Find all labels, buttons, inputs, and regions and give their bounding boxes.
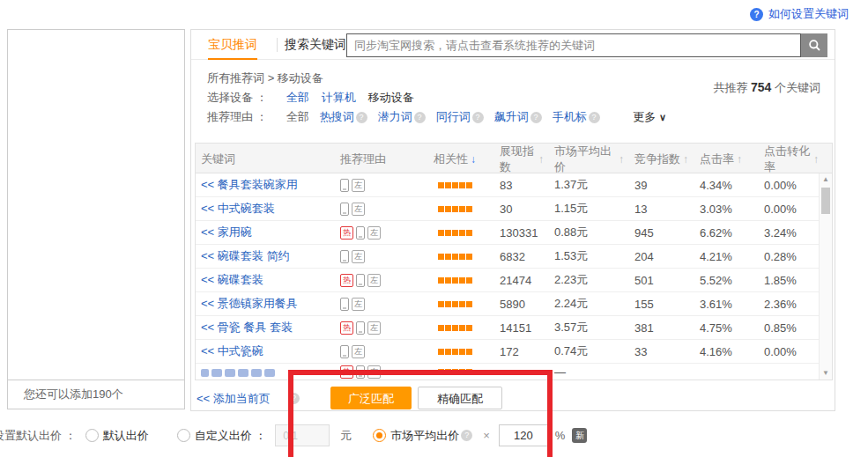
keyword-link[interactable]: << 景德镇家用餐具 (201, 297, 298, 310)
keyword-link[interactable]: << 中式碗套装 (201, 202, 275, 215)
sort-up-icon[interactable]: ↑ (813, 153, 819, 166)
keyword-table: 关键词推荐理由相关性↓展现指数↑市场平均出价↑竞争指数↑点击率↑点击转化率↑ <… (195, 143, 833, 380)
reason-option-全部[interactable]: 全部 (286, 107, 309, 127)
keyword-link[interactable]: << 碗碟套装 简约 (201, 249, 289, 262)
column-header-点击转化率[interactable]: 点击转化率↑ (746, 144, 819, 175)
avg-price-cell: 0.74元 (544, 343, 624, 359)
reason-option-label: 同行词 (436, 107, 471, 127)
reason-option-手机标[interactable]: 手机标? (553, 107, 600, 127)
reason-option-飙升词[interactable]: 飙升词? (494, 107, 542, 127)
keyword-recommend-panel: 宝贝推词 搜索关键词 所有推荐词 > 移动设备 共推荐 754 个关键词 (190, 29, 835, 411)
help-icon[interactable]: ? (356, 112, 367, 123)
filter-area: 所有推荐词 > 移动设备 共推荐 754 个关键词 选择设备 ： 全部计算机移动… (191, 60, 835, 127)
keyword-search-input[interactable] (346, 33, 801, 57)
keyword-link[interactable]: << 家用碗 (201, 225, 252, 239)
reason-option-同行词[interactable]: 同行词? (436, 107, 484, 127)
help-icon[interactable]: ? (530, 112, 542, 123)
scroll-down-icon[interactable]: ▼ (820, 368, 832, 379)
relevance-bar-icon (445, 230, 451, 236)
left-badge-icon: 左 (352, 203, 365, 216)
column-header-展现指数[interactable]: 展现指数↑ (489, 144, 544, 175)
column-header-市场平均出价[interactable]: 市场平均出价↑ (544, 144, 624, 175)
sort-down-icon[interactable]: ↓ (471, 153, 476, 166)
sort-up-icon[interactable]: ↑ (683, 153, 688, 166)
more-filters-button[interactable]: 更多 ∨ (633, 110, 666, 123)
relevance-bar-icon (459, 254, 465, 260)
impressions-cell: 172 (489, 345, 544, 358)
competition-cell: 381 (624, 321, 689, 335)
device-option-移动设备[interactable]: 移动设备 (368, 91, 414, 104)
hot-badge-icon: 热 (340, 365, 353, 379)
percent-sign: % (555, 429, 566, 442)
keyword-link[interactable]: << 中式瓷碗 (201, 344, 263, 357)
phone-badge-icon (356, 274, 365, 287)
relevance-bar-icon (445, 206, 451, 212)
relevance-bars (434, 277, 489, 284)
reason-option-潜力词[interactable]: 潜力词? (378, 107, 426, 127)
custom-bid-radio[interactable] (177, 429, 190, 442)
relevance-bar-icon (466, 254, 472, 260)
tab-search-keyword[interactable]: 搜索关键词 (285, 30, 346, 60)
table-scrollbar[interactable]: ▲ ▼ (819, 173, 832, 380)
help-link-label: 如何设置关键词 (768, 6, 849, 22)
bid-unit-label: 元 (340, 428, 352, 444)
relevance-bar-icon (438, 349, 444, 355)
relevance-bar-icon (452, 277, 458, 284)
reason-option-热搜词[interactable]: 热搜词? (320, 107, 367, 127)
percent-input[interactable] (499, 424, 548, 446)
breadcrumb-parent[interactable]: 所有推荐词 (207, 71, 264, 85)
exact-match-button[interactable]: 精确匹配 (418, 387, 502, 409)
reason-badges: 左 (335, 250, 434, 263)
reason-badges: 热左 (335, 321, 434, 335)
table-row: << 骨瓷 餐具 套装热左141513.57元3814.75%0.85% (196, 316, 832, 340)
search-button[interactable] (801, 33, 827, 57)
column-header-相关性[interactable]: 相关性↓ (434, 151, 489, 167)
ctr-cell: 4.75% (689, 321, 746, 335)
add-current-page-link[interactable]: << 添加当前页 (195, 392, 271, 405)
reason-filter-row: 推荐理由 ： 全部热搜词?潜力词?同行词?飙升词?手机标? 更多 ∨ 指数筛选 … (191, 107, 835, 127)
keyword-cell: << 餐具套装碗家用 (196, 177, 335, 193)
market-price-help-icon[interactable]: ? (461, 430, 472, 441)
keyword-cell: << 骨瓷 餐具 套装 (196, 320, 335, 335)
table-footer: << 添加当前页 ? (195, 386, 833, 412)
phone-badge-icon (356, 321, 365, 335)
avg-price-cell: — (544, 365, 624, 379)
column-header-竞争指数[interactable]: 竞争指数↑ (624, 151, 689, 167)
ctr-cell: 4.16% (689, 345, 746, 358)
more-label: 更多 (633, 110, 656, 123)
relevance-bar-icon (466, 206, 472, 212)
device-option-全部[interactable]: 全部 (286, 91, 309, 104)
sort-up-icon[interactable]: ↑ (737, 153, 742, 166)
add-page-help-icon[interactable]: ? (288, 393, 300, 404)
keyword-link[interactable]: << 碗碟套装 (201, 273, 263, 286)
help-icon[interactable]: ? (589, 112, 600, 123)
custom-bid-input[interactable] (275, 424, 330, 446)
help-icon[interactable]: ? (414, 112, 426, 123)
keyword-cell-clipped (196, 369, 335, 377)
scrollbar-thumb[interactable] (821, 188, 830, 214)
market-price-radio[interactable] (373, 429, 386, 442)
phone-badge-icon (340, 250, 349, 263)
impressions-cell: 30 (489, 203, 544, 216)
keyword-link[interactable]: << 骨瓷 餐具 套装 (201, 321, 293, 334)
scroll-up-icon[interactable]: ▲ (820, 174, 832, 185)
column-header-label: 市场平均出价 (554, 144, 616, 175)
column-header-label: 竞争指数 (634, 151, 680, 167)
broad-match-button[interactable]: 广泛匹配 (330, 387, 412, 409)
tab-item-recommend[interactable]: 宝贝推词 (208, 30, 257, 60)
relevance-bar-icon (438, 325, 444, 331)
relevance-bar-icon (452, 254, 458, 260)
competition-cell: 33 (624, 345, 689, 358)
table-row: << 家用碗热左1303310.88元9456.62%3.24% (196, 221, 832, 245)
device-option-计算机[interactable]: 计算机 (322, 91, 356, 104)
avg-price-cell: 3.57元 (544, 320, 624, 335)
relevance-bar-icon (459, 301, 465, 307)
column-header-点击率[interactable]: 点击率↑ (689, 151, 746, 167)
help-icon[interactable]: ? (472, 112, 484, 123)
impressions-cell: 21474 (489, 274, 544, 287)
default-bid-radio[interactable] (85, 429, 99, 442)
relevance-bar-icon (459, 277, 465, 284)
column-header-label: 相关性 (434, 151, 468, 167)
keyword-link[interactable]: << 餐具套装碗家用 (201, 178, 298, 191)
help-link[interactable]: ? 如何设置关键词 (750, 6, 849, 22)
